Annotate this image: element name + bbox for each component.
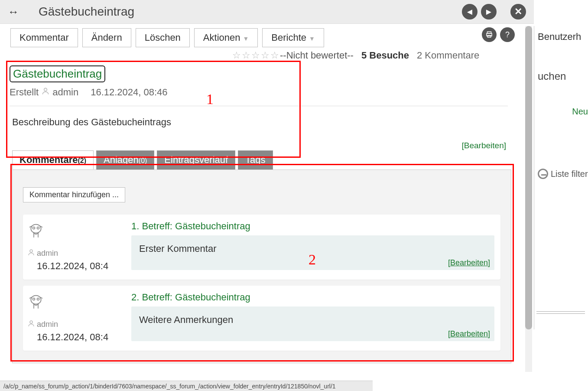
scrollbar[interactable] — [525, 26, 532, 372]
side-user-heading: Benutzerh — [538, 31, 588, 42]
window-titlebar: ↔ Gästebucheintrag ◄ ► ✕ — [0, 0, 534, 24]
annotation-marker-1: 1 — [206, 91, 214, 108]
side-panel: Benutzerh uchen Neu Liste filter — [534, 26, 588, 329]
close-button[interactable]: ✕ — [510, 4, 526, 20]
annotation-marker-2: 2 — [309, 251, 316, 268]
scrollbar-thumb[interactable] — [525, 26, 532, 329]
status-bar: /a/c/p_name/ss_forum/p_action/1/binderId… — [0, 381, 373, 391]
aktionen-dropdown[interactable]: Aktionen▼ — [194, 28, 258, 47]
help-button[interactable]: ? — [500, 27, 515, 42]
side-filter[interactable]: Liste filter — [538, 169, 588, 179]
comments-count: 2 Kommentare — [417, 50, 479, 61]
annotation-box-2 — [10, 164, 514, 362]
loeschen-button[interactable]: Löschen — [136, 28, 190, 47]
rating-label: --Nicht bewertet-- — [280, 50, 354, 61]
nav-forward-button[interactable]: ► — [481, 4, 497, 20]
berichte-dropdown[interactable]: Berichte▼ — [262, 28, 324, 47]
rating-stars[interactable]: ☆☆☆☆☆ — [232, 50, 280, 61]
drag-handle-icon[interactable]: ↔ — [8, 5, 19, 19]
toolbar: Kommentar Ändern Löschen Aktionen▼ Beric… — [0, 24, 524, 50]
side-separator — [536, 311, 585, 314]
kommentar-button[interactable]: Kommentar — [10, 28, 78, 47]
visits-count: 5 Besuche — [361, 50, 409, 61]
print-button[interactable] — [482, 27, 497, 42]
filter-icon — [538, 169, 548, 179]
annotation-box-1 — [6, 61, 301, 158]
nav-back-button[interactable]: ◄ — [462, 4, 478, 20]
side-search-heading: uchen — [538, 70, 588, 82]
aendern-button[interactable]: Ändern — [82, 28, 131, 47]
edit-entry-link[interactable]: [Bearbeiten] — [462, 141, 506, 150]
side-new-link[interactable]: Neu — [538, 107, 588, 117]
window-title: Gästebucheintrag — [39, 5, 458, 19]
